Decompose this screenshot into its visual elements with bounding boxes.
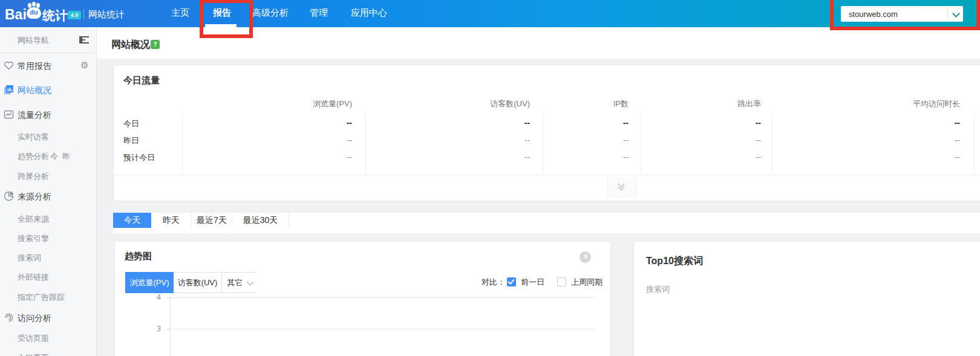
sidebar-item-search-terms[interactable]: 搜索词: [18, 253, 41, 264]
col-header-duration: 平均访问时长: [851, 99, 960, 108]
trend-title: 趋势图: [125, 251, 152, 262]
sidebar: 网站导航 常用报告 ⚙ 网站概况 流量分析 实时访客 趋势分析: [0, 27, 97, 356]
gear-icon[interactable]: ⚙: [80, 60, 90, 70]
sidebar-item-trend-analysis[interactable]: 趋势分析 今 昨: [18, 151, 49, 162]
cell-fc-bounce: --: [701, 152, 761, 162]
sidebar-item-external-links[interactable]: 外部链接: [18, 272, 49, 283]
cell-yd-duration: --: [900, 135, 960, 145]
col-header-pv: 浏览量(PV): [243, 99, 352, 108]
chevron-down-icon: [952, 10, 960, 18]
column-divider: [543, 114, 543, 173]
nav-report[interactable]: 报告: [213, 7, 231, 19]
today-traffic-card: 今日流量 浏览量(PV) 访客数(UV) IP数 跳出率 平均访问时长 今日 昨…: [113, 65, 980, 201]
sidebar-header: 网站导航: [0, 27, 97, 53]
traffic-icon: [4, 109, 14, 120]
site-selector-divider: [947, 8, 948, 19]
cell-today-bounce: --: [701, 118, 761, 128]
cell-today-duration: --: [900, 118, 960, 128]
compare-label: 对比：: [482, 277, 505, 288]
trend-quick-yesterday[interactable]: 昨: [62, 151, 70, 162]
tab-yesterday[interactable]: 昨天: [151, 213, 192, 228]
expand-metrics-button[interactable]: [607, 177, 637, 197]
sidebar-item-common-reports[interactable]: 常用报告 ⚙: [0, 60, 97, 72]
tab-last7days[interactable]: 最近7天: [192, 213, 232, 228]
cell-fc-uv: --: [469, 152, 530, 162]
nav-advanced-analysis[interactable]: 高级分析: [252, 7, 289, 19]
col-header-ip: IP数: [556, 99, 629, 108]
collapse-sidebar-icon[interactable]: [79, 36, 89, 44]
visit-icon: [4, 312, 14, 323]
cell-fc-ip: --: [568, 152, 629, 162]
sidebar-item-all-sources[interactable]: 全部来源: [18, 214, 49, 225]
gridline-4: [170, 297, 598, 298]
checkbox-prev-week[interactable]: [557, 277, 566, 286]
sidebar-item-visited-pages[interactable]: 受访页面: [18, 333, 49, 344]
column-divider: [772, 114, 773, 173]
top-header: Bai du 统计 4.0 网站统计 主页 报告 高级分析 管理 应用中心 st…: [0, 0, 980, 27]
metric-tab-uv[interactable]: 访客数(UV): [174, 273, 222, 293]
heart-icon: [4, 60, 14, 71]
site-selector-dropdown[interactable]: stourweb.com: [841, 6, 963, 22]
row-label-today: 今日: [123, 118, 139, 129]
sidebar-item-site-overview[interactable]: 网站概况: [0, 84, 97, 96]
page: Bai du 统计 4.0 网站统计 主页 报告 高级分析 管理 应用中心 st…: [0, 0, 980, 356]
cell-yd-ip: --: [568, 135, 629, 145]
sidebar-item-ad-tracking[interactable]: 指定广告跟踪: [18, 292, 65, 303]
checkbox-prev-day[interactable]: [507, 277, 516, 286]
date-range-tabbar: 今天 昨天 最近7天 最近30天: [113, 213, 980, 233]
gridline-3: [170, 329, 598, 329]
pie-icon: [4, 191, 14, 201]
checkbox-prev-day-label[interactable]: 前一日: [521, 277, 544, 288]
chevron-right-icon[interactable]: [580, 251, 591, 263]
nav-app-center[interactable]: 应用中心: [351, 7, 387, 19]
nav-manage[interactable]: 管理: [310, 7, 328, 19]
double-chevron-down-icon: [619, 181, 625, 187]
baidu-logo-bai: Bai: [5, 7, 27, 23]
trend-quick-today[interactable]: 今: [50, 151, 58, 162]
cell-fc-duration: --: [900, 152, 960, 162]
y-axis-tick-3: 3: [149, 325, 161, 333]
sidebar-item-cross-screen[interactable]: 跨屏分析: [18, 171, 49, 182]
sidebar-item-entry-pages[interactable]: 入口页面: [18, 352, 49, 356]
metric-other-dropdown[interactable]: 其它: [222, 273, 256, 293]
product-name: 网站统计: [88, 9, 125, 21]
metric-segmented-control: 浏览量(PV) 访客数(UV) 其它: [125, 272, 256, 293]
today-traffic-title: 今日流量: [123, 75, 160, 86]
cell-yd-bounce: --: [701, 135, 761, 145]
sidebar-item-visit-analysis[interactable]: 访问分析: [0, 312, 97, 324]
help-icon[interactable]: ?: [151, 40, 160, 49]
nav-home[interactable]: 主页: [171, 7, 189, 19]
sidebar-item-search-engines[interactable]: 搜索引擎: [18, 233, 49, 244]
cell-today-uv: --: [469, 118, 530, 128]
y-axis-tick-4: 4: [149, 293, 161, 302]
col-header-uv: 访客数(UV): [421, 99, 530, 108]
cell-yd-pv: --: [292, 135, 352, 145]
card-divider: [114, 175, 980, 175]
metric-tab-pv[interactable]: 浏览量(PV): [125, 272, 174, 293]
tab-today[interactable]: 今天: [113, 213, 151, 228]
column-divider: [182, 114, 183, 173]
page-title: 网站概况: [111, 39, 150, 51]
site-selector-value: stourweb.com: [849, 10, 898, 19]
sidebar-nav-title: 网站导航: [18, 35, 49, 46]
column-divider: [365, 114, 366, 173]
checkbox-prev-week-label[interactable]: 上周同期: [571, 277, 603, 288]
top10-search-terms-card: Top10搜索词 搜索词: [633, 241, 980, 356]
page-toolbar: 网站概况 ?: [97, 27, 980, 59]
tab-last30days[interactable]: 最近30天: [232, 213, 289, 228]
column-divider: [641, 114, 642, 173]
sidebar-item-traffic-analysis[interactable]: 流量分析: [0, 109, 97, 121]
row-label-forecast: 预计今日: [123, 152, 155, 163]
top10-title: Top10搜索词: [646, 255, 703, 268]
row-label-yesterday: 昨日: [123, 135, 139, 146]
sidebar-item-realtime-visitors[interactable]: 实时访客: [18, 132, 49, 143]
sidebar-item-source-analysis[interactable]: 来源分析: [0, 190, 97, 202]
version-badge: 4.0: [68, 11, 81, 19]
top10-subtitle: 搜索词: [646, 284, 670, 295]
y-axis-line: [170, 297, 171, 356]
overview-icon: [4, 85, 14, 95]
tongji-logo-text: 统计: [42, 7, 68, 24]
col-header-bounce: 跳出率: [676, 99, 761, 108]
column-divider: [974, 114, 975, 173]
baidu-paw-icon: du: [27, 3, 41, 19]
